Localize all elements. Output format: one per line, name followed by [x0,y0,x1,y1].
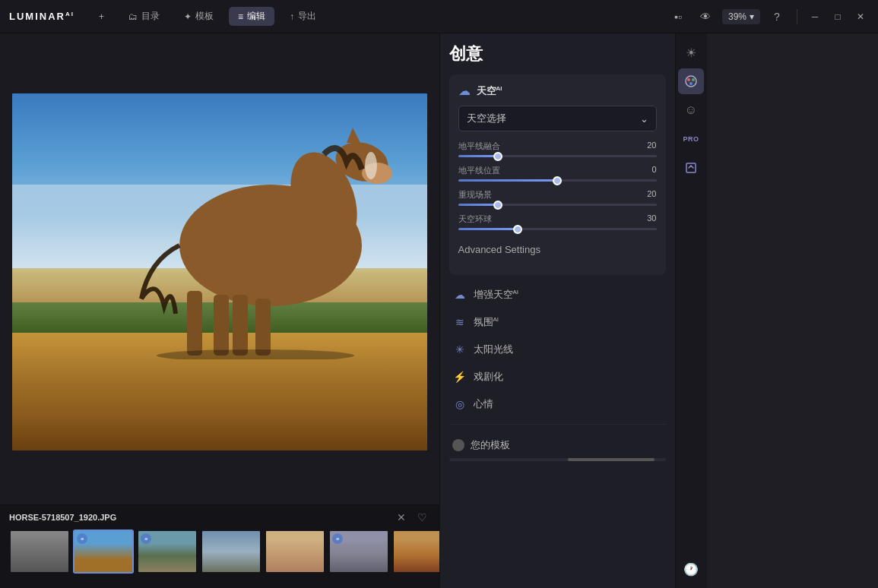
slider-val-4: 30 [647,213,656,225]
sky-dropdown[interactable]: 天空选择 ⌄ [458,106,657,131]
svg-point-10 [157,349,354,359]
sidebar-item-light[interactable]: ☀ [678,40,704,65]
slider-track-1[interactable] [458,155,657,157]
minimize-button[interactable]: ─ [807,8,823,25]
svg-point-12 [687,78,690,81]
templates-icon: ✦ [184,11,192,22]
sidebar-item-pro[interactable]: PRO [678,126,704,152]
slider-thumb-2[interactable] [553,176,562,185]
expand-item-dramatic[interactable]: ⚡ 戏剧化 [449,363,666,390]
zoom-chevron-icon: ▾ [750,11,754,22]
thumb-5[interactable] [265,530,325,574]
thumb-icon-3: ≡ [141,533,151,544]
templates-label: 您的模板 [471,438,510,452]
slider-label-2: 地平线位置 [458,165,500,176]
edit-icon: ≡ [238,11,243,22]
close-button[interactable]: ✕ [852,8,869,25]
slider-thumb-3[interactable] [493,201,502,210]
thumb-6[interactable]: ≡ [328,530,389,574]
divider [449,424,666,425]
sky-card-title: 天空AI [477,84,502,98]
slider-thumb-1[interactable] [493,152,502,161]
slider-label-3: 重现场景 [458,189,492,201]
maximize-button[interactable]: □ [829,8,846,25]
right-panel: 创意 ☁ 天空AI 天空选择 ⌄ [439,33,675,588]
thumb-1[interactable] [9,530,70,574]
expand-item-enhance-sky[interactable]: ☁ 增强天空AI [449,281,666,308]
mood-icon: ◎ [452,397,468,412]
main-layout: HORSE-5718507_1920.JPG ✕ ♡ ≡ ≡ [0,33,878,588]
sidebar-icons: ☀ ☺ PRO 🕐 [675,33,707,588]
sidebar-item-canvas[interactable] [678,155,704,181]
panel-scrollbar-thumb [568,458,655,461]
svg-marker-5 [347,128,360,143]
atmosphere-icon: ≋ [452,315,468,330]
svg-rect-15 [686,163,696,172]
filmstrip-thumbs: ≡ ≡ ≡ [0,530,439,578]
favorite-icon[interactable]: ♡ [415,510,430,525]
slider-row-2: 地平线位置 0 [458,165,657,182]
card-header: ☁ 天空AI [458,84,657,98]
view-icon[interactable]: 👁 [695,6,716,27]
expand-item-sunrays[interactable]: ✳ 太阳光线 [449,336,666,363]
panel-content: 创意 ☁ 天空AI 天空选择 ⌄ [440,33,675,588]
panel-title: 创意 [449,43,666,65]
expand-item-atmosphere[interactable]: ≋ 氛围AI [449,308,666,336]
slider-fill-3 [458,204,498,206]
titlebar: LUMINARAI + 🗂 目录 ✦ 模板 ≡ 编辑 ↑ 导出 ▪▫ 👁 39%… [0,0,878,33]
image-container [0,33,439,504]
sidebar-item-portrait[interactable]: ☺ [678,97,704,123]
export-icon: ↑ [290,11,294,22]
cloud-icon: ☁ [458,84,471,98]
slider-track-2[interactable] [458,179,657,182]
export-button[interactable]: ↑ 导出 [281,7,325,26]
catalog-icon: 🗂 [128,11,138,22]
templates-dot [452,439,464,451]
sidebar-item-creative[interactable] [678,68,704,94]
dropdown-chevron-icon: ⌄ [640,113,648,125]
slider-track-3[interactable] [458,204,657,206]
filmstrip-bar: HORSE-5718507_1920.JPG ✕ ♡ ≡ ≡ [0,504,439,588]
svg-rect-8 [187,291,202,356]
slider-thumb-4[interactable] [513,225,522,234]
thumb-icon-2: ≡ [77,533,87,544]
filename-label: HORSE-5718507_1920.JPG [9,513,116,522]
catalog-button[interactable]: 🗂 目录 [119,7,169,26]
advanced-settings-label[interactable]: Advanced Settings [458,239,657,260]
thumb-7[interactable] [392,530,439,574]
edit-button[interactable]: ≡ 编辑 [229,7,274,26]
sliders-container: 地平线融合 20 地平线位置 0 [458,141,657,230]
horse-image [103,93,427,359]
slider-fill-2 [458,179,558,182]
layout-icon[interactable]: ▪▫ [667,6,689,27]
sidebar-item-history[interactable]: 🕐 [678,556,704,582]
close-filmstrip-icon[interactable]: ✕ [394,510,409,525]
svg-rect-7 [255,299,271,356]
zoom-control[interactable]: 39% ▾ [722,9,760,24]
slider-row-4: 天空环球 30 [458,213,657,230]
svg-point-14 [689,82,693,85]
slider-track-4[interactable] [458,228,657,230]
thumb-3[interactable]: ≡ [137,530,198,574]
expand-items-list: ☁ 增强天空AI ≋ 氛围AI ✳ 太阳光线 ⚡ [449,281,666,418]
thumb-4[interactable] [201,530,261,574]
filmstrip-header: HORSE-5718507_1920.JPG ✕ ♡ [0,505,439,530]
add-button[interactable]: + [90,8,113,25]
svg-point-13 [692,78,695,81]
help-button[interactable]: ? [766,6,788,27]
thumb-2[interactable]: ≡ [73,530,134,574]
slider-row-1: 地平线融合 20 [458,141,657,157]
panel-scrollbar [449,458,666,461]
templates-button[interactable]: ✦ 模板 [175,7,223,26]
slider-val-1: 20 [647,141,656,152]
advanced-settings-section: Advanced Settings [458,239,657,260]
slider-fill-1 [458,155,498,157]
slider-val-3: 20 [647,189,656,201]
dramatic-icon: ⚡ [452,369,468,384]
right-layout: 创意 ☁ 天空AI 天空选择 ⌄ [439,33,879,588]
expand-item-mood[interactable]: ◎ 心情 [449,390,666,418]
svg-point-4 [365,152,377,179]
app-logo: LUMINARAI [9,11,74,22]
slider-val-2: 0 [651,165,656,176]
sunrays-icon: ✳ [452,342,468,357]
